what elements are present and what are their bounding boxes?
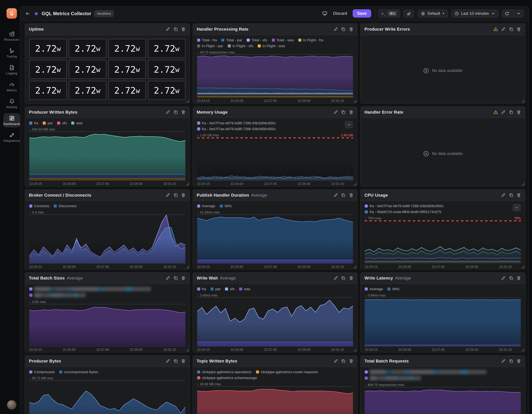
delete-icon[interactable]	[181, 276, 186, 280]
legend-item[interactable]: fra - 0e07f7ae-b878-bd8f-7286-93b3d58c85…	[197, 127, 276, 131]
legend-item[interactable]: Compressed	[29, 370, 55, 374]
edit-icon[interactable]	[501, 276, 506, 280]
legend-item[interactable]: sfo	[225, 287, 235, 291]
duplicate-icon[interactable]	[509, 27, 513, 31]
delete-icon[interactable]	[517, 110, 521, 115]
legend-item-redacted[interactable]	[365, 370, 487, 374]
duplicate-icon[interactable]	[173, 276, 178, 280]
chart-area[interactable]	[365, 298, 521, 346]
discard-button[interactable]: Discard	[331, 10, 349, 17]
legend-item[interactable]: Total - fra	[197, 38, 217, 42]
legend-item[interactable]: fra	[197, 287, 206, 291]
resize-handle[interactable]	[522, 266, 524, 268]
duplicate-icon[interactable]	[341, 193, 346, 198]
legend-item[interactable]: par	[210, 287, 221, 291]
duplicate-icon[interactable]	[341, 359, 346, 363]
delete-icon[interactable]	[181, 359, 186, 363]
edit-icon[interactable]	[166, 193, 170, 198]
sidebar-item-alerting[interactable]: Alerting	[3, 96, 20, 111]
duplicate-icon[interactable]	[341, 276, 346, 280]
refresh-options-button[interactable]	[514, 10, 523, 17]
delete-icon[interactable]	[181, 110, 186, 115]
presentation-icon[interactable]	[322, 11, 328, 16]
edit-icon[interactable]	[333, 276, 338, 280]
resize-handle[interactable]	[186, 266, 189, 268]
legend-item-redacted[interactable]	[29, 293, 86, 298]
edit-icon[interactable]	[333, 27, 338, 31]
refresh-button[interactable]	[502, 10, 512, 17]
legend-item-redacted[interactable]	[365, 376, 421, 380]
explore-button[interactable]	[404, 10, 414, 17]
legend-item[interactable]: Disconnect	[54, 204, 76, 208]
legend-item[interactable]: Average	[197, 204, 215, 208]
delete-icon[interactable]	[517, 193, 521, 198]
legend-item[interactable]: Average	[365, 287, 383, 291]
legend-item[interactable]: Total - par	[221, 38, 242, 42]
duplicate-icon[interactable]	[173, 359, 178, 363]
resize-handle[interactable]	[186, 100, 189, 102]
edit-icon[interactable]	[166, 110, 170, 115]
duplicate-icon[interactable]	[509, 276, 513, 280]
edit-icon[interactable]	[333, 110, 338, 115]
legend-collapse-button[interactable]	[345, 121, 353, 128]
user-avatar[interactable]	[7, 400, 16, 409]
delete-icon[interactable]	[517, 359, 521, 363]
sidebar-item-integrations[interactable]: Integrations	[3, 130, 20, 144]
legend-item[interactable]: In Flight - par	[197, 44, 223, 48]
legend-item-redacted[interactable]	[29, 287, 151, 291]
legend-item[interactable]: fra - 0e07f7ae-b878-bd8f-7286-93b3d58c85…	[197, 121, 276, 125]
save-button[interactable]: Save	[352, 9, 371, 18]
legend-item[interactable]: 99%	[220, 204, 232, 208]
duplicate-icon[interactable]	[509, 193, 513, 198]
edit-icon[interactable]	[333, 193, 338, 198]
legend-item[interactable]: clickpipe-gqlmetrics-router-requests	[256, 370, 318, 374]
resize-handle[interactable]	[186, 183, 189, 185]
legend-item[interactable]: In Flight - sfo	[228, 44, 253, 48]
resize-handle[interactable]	[354, 100, 356, 102]
resize-handle[interactable]	[186, 349, 189, 351]
legend-item[interactable]: 99%	[388, 287, 399, 291]
legend-item[interactable]: fra	[29, 121, 38, 125]
sidebar-item-tracing[interactable]: Tracing	[3, 46, 20, 60]
resize-handle[interactable]	[354, 183, 356, 185]
resize-handle[interactable]	[522, 183, 524, 185]
legend-item[interactable]: Total - sfo	[247, 38, 267, 42]
delete-icon[interactable]	[517, 276, 521, 280]
chart-area[interactable]	[29, 131, 185, 180]
delete-icon[interactable]	[181, 193, 186, 198]
legend-item[interactable]: Total - was	[272, 38, 294, 42]
resize-handle[interactable]	[354, 266, 356, 268]
time-range-select[interactable]: Last 10 minutes	[451, 10, 498, 17]
sidebar-item-logging[interactable]: Logging	[3, 63, 20, 77]
chart-area[interactable]	[29, 214, 185, 263]
legend-item[interactable]: par	[43, 121, 53, 125]
legend-collapse-button[interactable]	[513, 204, 521, 211]
back-icon[interactable]	[25, 11, 30, 16]
resize-handle[interactable]	[522, 100, 524, 102]
duplicate-icon[interactable]	[341, 27, 346, 31]
resize-handle[interactable]	[522, 349, 524, 351]
sidebar-item-dashboards[interactable]: Dashboards	[3, 113, 20, 127]
legend-item[interactable]: was	[239, 287, 250, 291]
legend-item[interactable]: clickpipe-gqlmetrics-operations	[197, 370, 251, 374]
delete-icon[interactable]	[349, 276, 353, 280]
delete-icon[interactable]	[349, 27, 353, 31]
duplicate-icon[interactable]	[509, 110, 513, 115]
chart-area[interactable]	[197, 386, 353, 414]
duplicate-icon[interactable]	[173, 193, 178, 198]
legend-item[interactable]: Uncompressed Bytes	[59, 370, 98, 374]
duplicate-icon[interactable]	[341, 110, 346, 115]
legend-item[interactable]: was	[71, 121, 83, 125]
legend-item[interactable]: In Flight - fra	[298, 38, 323, 42]
edit-icon[interactable]	[501, 359, 506, 363]
delete-icon[interactable]	[349, 110, 353, 115]
favorite-star-icon[interactable]	[34, 11, 39, 16]
sidebar-item-resources[interactable]: Resources	[3, 29, 20, 43]
edit-icon[interactable]	[166, 359, 170, 363]
chart-area[interactable]	[29, 380, 185, 414]
chart-area[interactable]	[29, 304, 185, 346]
edit-icon[interactable]	[501, 27, 506, 31]
delete-icon[interactable]	[181, 27, 186, 31]
resize-handle[interactable]	[354, 349, 356, 351]
chart-area[interactable]	[197, 214, 353, 263]
